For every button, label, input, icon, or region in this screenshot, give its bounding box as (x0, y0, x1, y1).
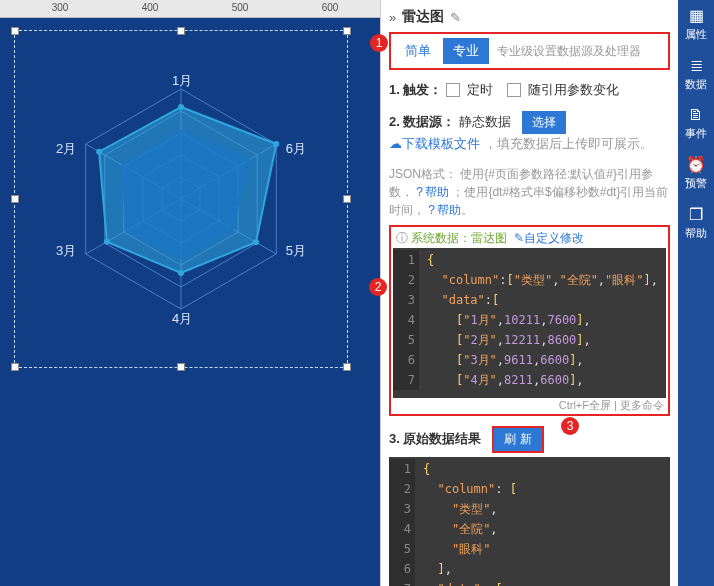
radar-chart[interactable]: 1月 6月 5月 4月 3月 2月 (14, 30, 348, 368)
trigger-param-label: 随引用参数变化 (528, 82, 619, 97)
ruler-tick: 600 (322, 2, 339, 13)
mode-switch-row: 简单 专业 专业级设置数据源及处理器 (389, 32, 670, 70)
code-editor-1[interactable]: 1{2 "column":["类型","全院","眼科"],3 "data":[… (393, 248, 666, 398)
sidebar-item-help[interactable]: ❐ 帮助 (685, 205, 707, 241)
help-sidebar-icon: ❐ (689, 205, 703, 224)
mode-simple-button[interactable]: 简单 (395, 38, 441, 64)
ruler-tick: 300 (52, 2, 69, 13)
sidebar-item-label: 预警 (685, 176, 707, 191)
sidebar-item-alert[interactable]: ⏰ 预警 (685, 155, 707, 191)
properties-panel: » 雷达图 ✎ 简单 专业 专业级设置数据源及处理器 1. 触发： 定时 随引用… (380, 0, 678, 586)
events-icon: 🗎 (688, 106, 704, 124)
design-canvas[interactable]: 1月 6月 5月 4月 3月 2月 (0, 0, 380, 586)
svg-point-17 (104, 239, 110, 245)
radar-axis-label: 3月 (56, 242, 76, 260)
annotation-badge-3: 3 (561, 417, 579, 435)
json-format-hint: JSON格式： 使用{#页面参数路径:默认值#}引用参数， ?帮助 ；使用{dt… (389, 165, 670, 219)
help-icon[interactable]: ? (416, 185, 423, 199)
select-datasource-button[interactable]: 选择 (522, 111, 566, 134)
sidebar-item-label: 帮助 (685, 226, 707, 241)
annotation-badge-1: 1 (370, 34, 388, 52)
edit-title-icon[interactable]: ✎ (450, 10, 461, 25)
svg-point-16 (178, 270, 184, 276)
panel-header: » 雷达图 ✎ (389, 4, 670, 32)
radar-axis-label: 4月 (172, 310, 192, 328)
ruler-tick: 400 (142, 2, 159, 13)
info-icon: ⓘ (396, 231, 408, 245)
radar-svg (51, 69, 311, 329)
alert-icon: ⏰ (686, 155, 706, 174)
annotation-badge-2: 2 (369, 278, 387, 296)
mode-description: 专业级设置数据源及处理器 (497, 43, 641, 60)
panel-title: 雷达图 (402, 8, 444, 26)
trigger-timer-checkbox[interactable] (446, 83, 460, 97)
trigger-timer-label: 定时 (467, 82, 493, 97)
code-editor-footer[interactable]: Ctrl+F全屏 | 更多命令 (393, 398, 666, 414)
datasource-label: 2. 数据源： (389, 114, 455, 129)
download-template-link[interactable]: ☁下载模板文件 (389, 136, 480, 151)
refresh-button[interactable]: 刷 新 (492, 426, 543, 453)
upload-hint: ，填充数据后上传即可展示。 (484, 136, 653, 151)
svg-point-13 (178, 104, 184, 110)
code-editor-2[interactable]: 1{2 "column": [3 "类型",4 "全院",5 "眼科"6 ],7… (389, 457, 670, 586)
help-link-1[interactable]: 帮助 (425, 185, 449, 199)
ruler: 300 400 500 600 (0, 0, 380, 18)
code-editor-header: ⓘ系统数据：雷达图 ✎自定义修改 (393, 229, 666, 248)
help-link-2[interactable]: 帮助 (437, 203, 461, 217)
radar-axis-label: 5月 (286, 242, 306, 260)
mode-pro-button[interactable]: 专业 (443, 38, 489, 64)
datasource-section: 2. 数据源： 静态数据 选择 ☁下载模板文件 ，填充数据后上传即可展示。 (389, 111, 670, 155)
datasource-value: 静态数据 (459, 114, 511, 129)
raw-result-label: 3. 原始数据结果 (389, 431, 481, 446)
sidebar-item-events[interactable]: 🗎 事件 (685, 106, 707, 141)
sidebar-item-label: 数据 (685, 77, 707, 92)
trigger-label: 1. 触发： (389, 82, 442, 97)
sidebar-item-properties[interactable]: ▦ 属性 (685, 6, 707, 42)
code-editor-section: ⓘ系统数据：雷达图 ✎自定义修改 1{2 "column":["类型","全院"… (389, 225, 670, 416)
svg-point-18 (96, 149, 102, 155)
trigger-param-checkbox[interactable] (507, 83, 521, 97)
sidebar-item-data[interactable]: ≣ 数据 (685, 56, 707, 92)
raw-result-section: 3. 原始数据结果 刷 新 (389, 426, 670, 453)
svg-point-14 (273, 141, 279, 147)
sidebar-item-label: 事件 (685, 126, 707, 141)
help-icon[interactable]: ? (428, 203, 435, 217)
radar-axis-label: 1月 (172, 72, 192, 90)
svg-point-15 (253, 239, 259, 245)
data-icon: ≣ (690, 56, 703, 75)
properties-icon: ▦ (689, 6, 704, 25)
custom-edit-link[interactable]: ✎自定义修改 (514, 231, 584, 245)
radar-axis-label: 6月 (286, 140, 306, 158)
radar-axis-label: 2月 (56, 140, 76, 158)
right-sidebar: ▦ 属性 ≣ 数据 🗎 事件 ⏰ 预警 ❐ 帮助 (678, 0, 714, 586)
sidebar-item-label: 属性 (685, 27, 707, 42)
collapse-icon[interactable]: » (389, 10, 396, 25)
trigger-section: 1. 触发： 定时 随引用参数变化 (389, 80, 670, 101)
ruler-tick: 500 (232, 2, 249, 13)
